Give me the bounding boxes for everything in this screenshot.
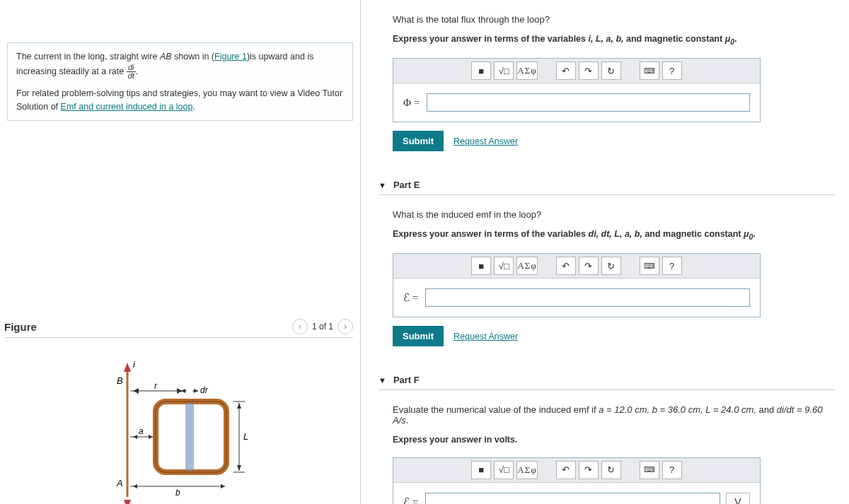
keyboard-button[interactable]: ⌨: [640, 257, 659, 275]
greek-button[interactable]: ΑΣφ: [516, 257, 537, 275]
svg-marker-20: [237, 403, 241, 409]
figure-header: Figure ‹ 1 of 1 ›: [4, 319, 353, 338]
figure-image: i B A i r dr: [0, 352, 360, 504]
svg-marker-18: [221, 484, 225, 488]
undo-button[interactable]: ↶: [556, 257, 576, 275]
label-B: B: [117, 375, 123, 386]
svg-marker-15: [149, 435, 153, 439]
part-d-question: What is the total flux through the loop?: [393, 14, 835, 25]
left-column: The current in the long, straight wire A…: [0, 0, 361, 504]
svg-marker-10: [181, 389, 185, 393]
figure-prev-button[interactable]: ‹: [292, 319, 308, 334]
label-dr: dr: [200, 385, 209, 395]
reset-button[interactable]: ↻: [601, 461, 621, 479]
svg-marker-2: [124, 500, 131, 504]
svg-marker-14: [133, 435, 137, 439]
label-r: r: [154, 381, 158, 391]
part-f-question: Evaluate the numerical value of the indu…: [393, 404, 835, 426]
help-button[interactable]: ?: [662, 461, 682, 479]
reset-button[interactable]: ↻: [601, 257, 621, 275]
part-e-instructions: Express your answer in terms of the vari…: [393, 229, 835, 241]
figure-counter: 1 of 1: [312, 322, 333, 332]
figure-title: Figure: [4, 321, 37, 333]
submit-button[interactable]: Submit: [393, 326, 444, 346]
greek-button[interactable]: ΑΣφ: [516, 461, 537, 479]
part-f-answer-input[interactable]: [425, 493, 720, 505]
label-A: A: [116, 478, 123, 488]
sqrt-button[interactable]: √□: [494, 257, 514, 275]
problem-intro: The current in the long, straight wire A…: [7, 42, 353, 121]
part-f-unit: V: [726, 493, 750, 505]
part-e-question: What is the induced emf in the loop?: [393, 209, 835, 220]
part-e-answer-input[interactable]: [425, 288, 750, 307]
svg-marker-7: [133, 388, 139, 394]
part-d-block: What is the total flux through the loop?…: [361, 0, 842, 158]
part-f-lhs: ℰ =: [403, 496, 418, 505]
intro-text: .: [192, 102, 195, 112]
part-e-answer-frame: ■ √□ ΑΣφ ↶ ↷ ↻ ⌨ ? ℰ =: [393, 253, 761, 317]
submit-button[interactable]: Submit: [393, 131, 444, 151]
frac-den: dt: [127, 72, 136, 80]
label-L: L: [243, 431, 248, 442]
svg-marker-1: [124, 363, 131, 372]
intro-text: .: [136, 66, 138, 76]
template-button[interactable]: ■: [471, 461, 491, 479]
intro-text: The current in the long, straight wire: [16, 52, 160, 61]
part-f-answer-frame: ■ √□ ΑΣφ ↶ ↷ ↻ ⌨ ? ℰ = V: [393, 457, 761, 505]
collapse-icon: ▼: [379, 181, 386, 189]
redo-button[interactable]: ↷: [579, 461, 599, 479]
request-answer-link[interactable]: Request Answer: [454, 332, 518, 341]
svg-marker-21: [237, 465, 241, 471]
rate-fraction: didt: [127, 64, 136, 80]
equation-toolbar: ■ √□ ΑΣφ ↶ ↷ ↻ ⌨ ?: [393, 254, 760, 279]
redo-button[interactable]: ↷: [579, 257, 599, 275]
request-answer-link[interactable]: Request Answer: [454, 136, 518, 146]
reset-button[interactable]: ↻: [601, 61, 621, 80]
label-a: a: [139, 426, 144, 436]
part-f-block: Evaluate the numerical value of the indu…: [361, 390, 842, 504]
undo-button[interactable]: ↶: [556, 461, 576, 479]
part-f-title: Part F: [393, 375, 420, 385]
right-column: What is the total flux through the loop?…: [361, 0, 849, 504]
redo-button[interactable]: ↷: [579, 61, 599, 80]
label-i-top: i: [133, 359, 136, 370]
equation-toolbar: ■ √□ ΑΣφ ↶ ↷ ↻ ⌨ ?: [393, 458, 760, 483]
part-e-block: What is the induced emf in the loop? Exp…: [361, 195, 842, 353]
part-e-lhs: ℰ =: [403, 291, 418, 304]
svg-rect-5: [185, 403, 194, 471]
svg-marker-17: [133, 484, 137, 488]
template-button[interactable]: ■: [471, 257, 491, 275]
template-button[interactable]: ■: [471, 61, 491, 80]
help-button[interactable]: ?: [662, 61, 682, 80]
part-e-title: Part E: [393, 180, 420, 190]
part-f-header[interactable]: ▼ Part F: [379, 375, 835, 390]
help-button[interactable]: ?: [662, 257, 682, 275]
keyboard-button[interactable]: ⌨: [640, 461, 659, 479]
intro-ab: AB: [160, 52, 172, 61]
keyboard-button[interactable]: ⌨: [640, 61, 659, 80]
frac-num: di: [127, 64, 136, 72]
part-d-answer-input[interactable]: [427, 93, 750, 112]
figure-next-button[interactable]: ›: [337, 319, 353, 334]
equation-toolbar: ■ √□ ΑΣφ ↶ ↷ ↻ ⌨ ?: [393, 59, 760, 83]
undo-button[interactable]: ↶: [556, 61, 576, 80]
label-b: b: [175, 488, 180, 498]
sqrt-button[interactable]: √□: [494, 461, 514, 479]
svg-marker-12: [194, 389, 198, 393]
part-d-lhs: Φ =: [403, 97, 420, 109]
part-d-instructions: Express your answer in terms of the vari…: [393, 34, 835, 46]
part-e-header[interactable]: ▼ Part E: [379, 180, 835, 195]
part-f-instructions: Express your answer in volts.: [393, 435, 835, 445]
collapse-icon: ▼: [379, 376, 386, 385]
greek-button[interactable]: ΑΣφ: [516, 61, 537, 80]
intro-text: shown in (: [172, 52, 214, 61]
sqrt-button[interactable]: √□: [494, 61, 514, 80]
tutor-link[interactable]: Emf and current induced in a loop: [61, 102, 193, 112]
part-d-answer-frame: ■ √□ ΑΣφ ↶ ↷ ↻ ⌨ ? Φ =: [393, 58, 761, 122]
figure-link[interactable]: Figure 1: [214, 52, 247, 61]
